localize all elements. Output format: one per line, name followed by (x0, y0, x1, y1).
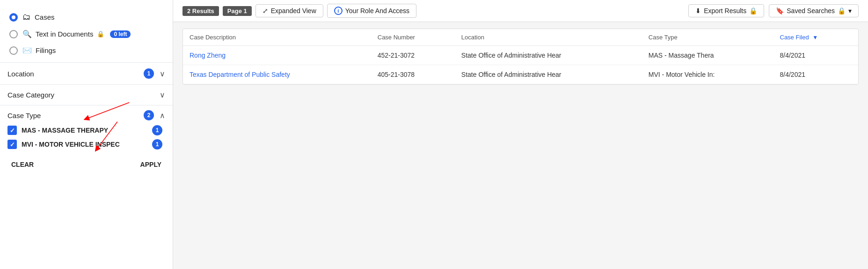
mvi-label: MVI - MOTOR VEHICLE INSPEC (22, 141, 120, 148)
table-header-row: Case Description Case Number Location Ca… (183, 29, 858, 46)
checkbox-mvi[interactable]: ✓ (7, 140, 17, 149)
case-number-2: 405-21-3078 (371, 65, 455, 84)
location-filter-title: Location (7, 70, 34, 78)
case-category-chevron-down-icon: ∨ (160, 90, 165, 99)
location-2: State Office of Administrative Hear (455, 65, 642, 84)
results-badge: 2 Results (182, 6, 219, 16)
documents-badge: 0 left (110, 30, 131, 38)
saved-searches-label: Saved Searches (787, 7, 835, 15)
checkbox-mas[interactable]: ✓ (7, 126, 17, 135)
case-filed-2: 8/4/2021 (773, 65, 859, 84)
col-case-number: Case Number (371, 29, 455, 46)
clear-button[interactable]: CLEAR (7, 159, 37, 170)
mas-count-badge: 1 (152, 125, 162, 135)
case-type-item-mvi[interactable]: ✓ MVI - MOTOR VEHICLE INSPEC 1 (7, 139, 165, 149)
case-description-texas-dps[interactable]: Texas Department of Public Safety (183, 65, 371, 84)
case-category-filter-title: Case Category (7, 91, 54, 99)
search-type-filings[interactable]: ✉️ Filings (7, 42, 165, 59)
case-type-item-mas[interactable]: ✓ MAS - MASSAGE THERAPY 1 (7, 125, 165, 135)
case-type-title: Case Type (7, 112, 41, 120)
apply-button[interactable]: APPLY (137, 159, 165, 170)
col-location: Location (455, 29, 642, 46)
cases-label: Cases (35, 13, 55, 21)
location-chevron-down-icon: ∨ (160, 69, 165, 78)
radio-filings[interactable] (9, 46, 18, 55)
text-in-documents-label: Text in Documents (36, 30, 93, 38)
mail-icon: ✉️ (22, 46, 32, 55)
case-type-actions: CLEAR APPLY (7, 156, 165, 170)
toolbar-left: 2 Results Page 1 ⤢ Expanded View i Your … (182, 4, 416, 18)
sort-desc-icon: ▼ (812, 34, 818, 41)
expand-icon: ⤢ (263, 7, 268, 15)
case-category-filter: Case Category ∨ (0, 84, 173, 105)
role-access-label: Your Role And Access (345, 7, 409, 15)
search-type-text-in-documents[interactable]: 🔍 Text in Documents 🔒 0 left (7, 26, 165, 42)
table-row: Texas Department of Public Safety 405-21… (183, 65, 858, 84)
saved-searches-lock-icon: 🔒 (838, 7, 846, 15)
col-case-description: Case Description (183, 29, 371, 46)
location-badge: 1 (144, 68, 154, 79)
case-number-1: 452-21-3072 (371, 46, 455, 65)
col-case-type: Case Type (642, 29, 773, 46)
case-type-filter: Case Type 2 ∧ ✓ MAS - MASSAGE THERAPY 1 (0, 105, 173, 175)
mvi-count-badge: 1 (152, 139, 162, 149)
radio-cases[interactable] (9, 13, 18, 22)
briefcase-icon: 🗂 (22, 12, 31, 22)
main-content: 2 Results Page 1 ⤢ Expanded View i Your … (173, 0, 868, 269)
filings-label: Filings (36, 46, 56, 54)
case-category-filter-header[interactable]: Case Category ∨ (7, 90, 165, 99)
case-type-2: MVI - Motor Vehicle In: (642, 65, 773, 84)
location-filter-header[interactable]: Location 1 ∨ (7, 68, 165, 79)
expanded-view-button[interactable]: ⤢ Expanded View (255, 4, 323, 17)
case-type-header[interactable]: Case Type 2 ∧ (7, 110, 165, 120)
search-type-list: 🗂 Cases 🔍 Text in Documents 🔒 0 left ✉️ … (0, 5, 173, 62)
role-access-button[interactable]: i Your Role And Access (327, 4, 416, 18)
export-results-button[interactable]: ⬇ Export Results 🔒 (688, 4, 764, 17)
saved-searches-button[interactable]: 🔖 Saved Searches 🔒 ▾ (769, 4, 859, 17)
page-badge: Page 1 (223, 6, 252, 16)
case-type-1: MAS - Massage Thera (642, 46, 773, 65)
saved-searches-caret-icon: ▾ (848, 7, 852, 15)
case-type-chevron-up-icon: ∧ (160, 111, 165, 120)
sidebar: 🗂 Cases 🔍 Text in Documents 🔒 0 left ✉️ … (0, 0, 173, 269)
toolbar: 2 Results Page 1 ⤢ Expanded View i Your … (173, 0, 868, 22)
col-case-filed[interactable]: Case Filed ▼ (773, 29, 859, 46)
search-type-cases[interactable]: 🗂 Cases (7, 8, 165, 26)
bookmark-icon: 🔖 (776, 7, 784, 15)
mas-label: MAS - MASSAGE THERAPY (22, 127, 108, 134)
lock-icon: 🔒 (97, 30, 104, 37)
expanded-view-label: Expanded View (271, 7, 316, 15)
document-icon: 🔍 (22, 30, 32, 38)
download-icon: ⬇ (695, 7, 701, 15)
table-row: Rong Zheng 452-21-3072 State Office of A… (183, 46, 858, 65)
case-type-items: ✓ MAS - MASSAGE THERAPY 1 ✓ MVI - MOTOR … (7, 125, 165, 149)
toolbar-right: ⬇ Export Results 🔒 🔖 Saved Searches 🔒 ▾ (688, 4, 859, 17)
location-1: State Office of Administrative Hear (455, 46, 642, 65)
export-label: Export Results (704, 7, 746, 15)
case-type-badge: 2 (144, 110, 154, 120)
results-table: Case Description Case Number Location Ca… (182, 29, 859, 85)
case-description-rong-zheng[interactable]: Rong Zheng (183, 46, 371, 65)
radio-text-in-documents[interactable] (9, 30, 18, 38)
location-filter: Location 1 ∨ (0, 62, 173, 84)
export-lock-icon: 🔒 (749, 7, 757, 15)
info-icon: i (334, 7, 343, 15)
case-filed-1: 8/4/2021 (773, 46, 859, 65)
